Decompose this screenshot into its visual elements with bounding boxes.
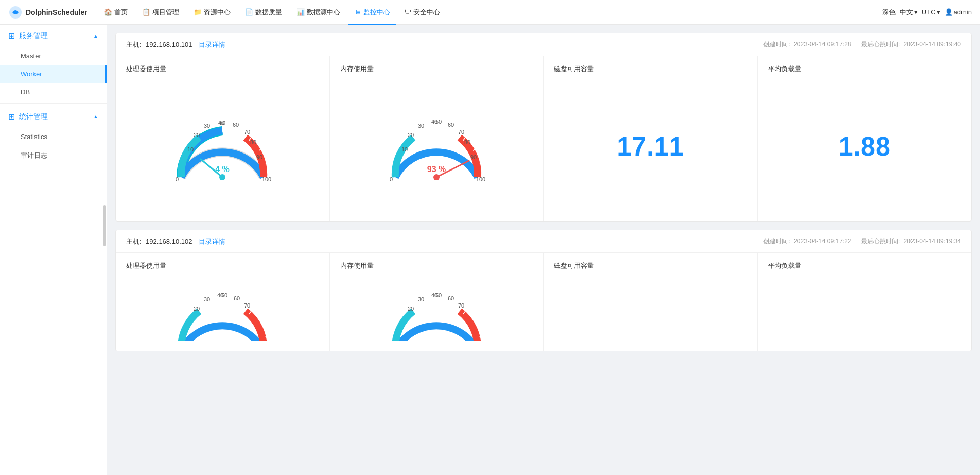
server-2-header: 主机: 192.168.10.102 目录详情 创建时间: 2023-04-14… — [116, 230, 971, 253]
svg-text:50: 50 — [435, 292, 442, 298]
memory-gauge-svg-2: 0 20 30 40 50 60 70 — [380, 279, 493, 341]
server-1-dir-link[interactable]: 目录详情 — [199, 41, 225, 48]
svg-text:60: 60 — [448, 295, 454, 301]
nav-right: 深色 中文 ▾ UTC ▾ 👤 admin — [882, 8, 972, 17]
svg-text:100: 100 — [262, 176, 271, 182]
server-card-1: 主机: 192.168.10.101 目录详情 创建时间: 2023-04-14… — [115, 33, 972, 222]
language-arrow-icon: ▾ — [914, 8, 918, 16]
logo-text: DolphinScheduler — [26, 8, 87, 16]
svg-text:60: 60 — [233, 122, 239, 128]
nav-monitor[interactable]: 🖥 监控中心 — [348, 0, 396, 25]
nav-resource[interactable]: 📁 资源中心 — [187, 0, 237, 25]
svg-point-47 — [433, 174, 440, 180]
memory-metric-1: 内存使用量 — [330, 56, 544, 221]
cpu-gauge-svg-2: 0 20 30 40 50 60 70 — [166, 279, 279, 341]
language-selector[interactable]: 中文 ▾ — [900, 8, 918, 17]
nav-datasource[interactable]: 📊 数据源中心 — [290, 0, 346, 25]
server-2-dir-link[interactable]: 目录详情 — [199, 237, 225, 245]
svg-point-23 — [219, 174, 225, 180]
svg-text:20: 20 — [194, 306, 200, 312]
logo-icon — [8, 5, 23, 20]
svg-text:0: 0 — [390, 176, 393, 182]
cpu-gauge-svg-1: 0 10 20 30 40 50 60 70 80 90 100 — [166, 105, 279, 188]
monitor-icon: 🖥 — [355, 8, 361, 16]
memory-gauge-svg-1: 0 10 20 30 40 50 60 70 80 90 100 — [380, 105, 493, 188]
server-2-meta: 创建时间: 2023-04-14 09:17:22 最后心跳时间: 2023-0… — [763, 237, 961, 246]
disk-metric-2: 磁盘可用容量 — [544, 253, 758, 351]
svg-text:20: 20 — [408, 132, 414, 138]
svg-text:20: 20 — [194, 132, 200, 138]
server-1-metrics: 处理器使用量 — [116, 56, 971, 221]
svg-line-26 — [450, 130, 451, 134]
svg-text:90: 90 — [256, 154, 262, 160]
security-icon: 🛡 — [405, 8, 411, 16]
nav-security[interactable]: 🛡 安全中心 — [398, 0, 446, 25]
server-1-host: 主机: 192.168.10.101 目录详情 — [126, 40, 225, 49]
sidebar-group-stats[interactable]: ⊞ 统计管理 ▲ — [0, 106, 107, 128]
server-2-host: 主机: 192.168.10.102 目录详情 — [126, 236, 225, 246]
memory-metric-2: 内存使用量 — [330, 253, 544, 351]
project-icon: 📋 — [142, 8, 150, 16]
server-1-header: 主机: 192.168.10.101 目录详情 创建时间: 2023-04-14… — [116, 33, 971, 56]
svg-text:80: 80 — [250, 139, 256, 145]
nav-home[interactable]: 🏠 首页 — [98, 0, 134, 25]
memory-gauge-1: 0 10 20 30 40 50 60 70 80 90 100 — [340, 82, 533, 211]
load-value-1: 1.88 — [768, 82, 961, 211]
sidebar-item-statistics[interactable]: Statistics — [0, 128, 107, 146]
svg-text:93 %: 93 % — [427, 165, 446, 174]
quality-icon: 📄 — [245, 8, 253, 16]
svg-text:70: 70 — [244, 129, 250, 135]
resource-icon: 📁 — [194, 8, 202, 16]
svg-text:60: 60 — [448, 122, 454, 128]
svg-text:60: 60 — [234, 295, 240, 301]
cpu-metric-2: 处理器使用量 — [116, 253, 330, 351]
cpu-gauge-2: 0 20 30 40 50 60 70 — [126, 279, 319, 341]
cpu-metric-1: 处理器使用量 — [116, 56, 330, 221]
sidebar-divider — [0, 103, 107, 104]
svg-text:30: 30 — [418, 296, 424, 302]
svg-text:30: 30 — [418, 123, 424, 129]
svg-text:20: 20 — [408, 306, 414, 312]
svg-text:30: 30 — [204, 123, 210, 129]
svg-line-63 — [479, 335, 485, 337]
main-content: 主机: 192.168.10.101 目录详情 创建时间: 2023-04-14… — [107, 25, 980, 475]
datasource-icon: 📊 — [296, 8, 305, 16]
timezone-selector[interactable]: UTC ▾ — [922, 8, 940, 16]
svg-text:70: 70 — [458, 302, 464, 309]
cpu-gauge-1: 0 10 20 30 40 50 60 70 80 90 100 — [126, 82, 319, 211]
disk-metric-1: 磁盘可用容量 17.11 — [544, 56, 758, 221]
svg-text:50: 50 — [221, 292, 227, 298]
svg-text:4 %: 4 % — [215, 165, 230, 174]
svg-line-51 — [266, 335, 271, 337]
svg-text:10: 10 — [401, 146, 408, 152]
theme-selector[interactable]: 深色 — [882, 8, 896, 17]
sidebar-item-worker[interactable]: Worker — [0, 65, 107, 83]
sidebar-item-db[interactable]: DB — [0, 83, 107, 101]
service-grid-icon: ⊞ — [8, 31, 15, 41]
svg-text:30: 30 — [204, 296, 210, 302]
nav-project[interactable]: 📋 项目管理 — [136, 0, 185, 25]
timezone-arrow-icon: ▾ — [937, 8, 940, 16]
collapse-stats-icon: ▲ — [93, 114, 98, 120]
home-icon: 🏠 — [104, 8, 112, 16]
sidebar-scrollbar[interactable] — [103, 205, 106, 246]
user-menu[interactable]: 👤 admin — [944, 8, 972, 16]
svg-text:50: 50 — [435, 118, 442, 125]
sidebar: ⊞ 服务管理 ▲ Master Worker DB ⊞ 统计管理 ▲ Stati… — [0, 25, 107, 475]
sidebar-item-audit-log[interactable]: 审计日志 — [0, 146, 107, 165]
svg-text:90: 90 — [470, 154, 477, 160]
top-nav: DolphinScheduler 🏠 首页 📋 项目管理 📁 资源中心 📄 数据… — [0, 0, 980, 25]
server-card-2: 主机: 192.168.10.102 目录详情 创建时间: 2023-04-14… — [115, 230, 972, 351]
layout: ⊞ 服务管理 ▲ Master Worker DB ⊞ 统计管理 ▲ Stati… — [0, 25, 980, 475]
logo: DolphinScheduler — [8, 5, 87, 20]
svg-text:70: 70 — [244, 302, 250, 309]
svg-text:100: 100 — [476, 176, 485, 182]
nav-quality[interactable]: 📄 数据质量 — [239, 0, 288, 25]
sidebar-item-master[interactable]: Master — [0, 47, 107, 65]
svg-line-2 — [236, 130, 237, 134]
svg-text:70: 70 — [458, 129, 464, 135]
collapse-icon: ▲ — [93, 33, 98, 39]
sidebar-group-service[interactable]: ⊞ 服务管理 ▲ — [0, 25, 107, 47]
svg-text:50: 50 — [219, 120, 225, 126]
svg-text:10: 10 — [187, 146, 194, 152]
